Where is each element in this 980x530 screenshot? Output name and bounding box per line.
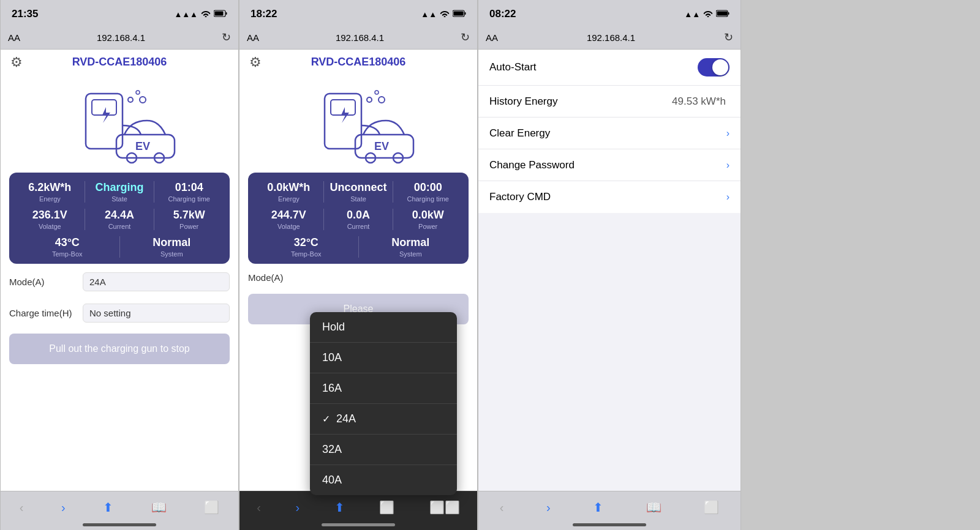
browser-url-2[interactable]: 192.168.4.1 (259, 32, 461, 43)
auto-start-toggle[interactable] (698, 58, 729, 77)
dropdown-item-32a[interactable]: 32A (310, 435, 457, 465)
home-indicator-1 (1, 521, 238, 530)
stat-current-value-1: 24.4A (85, 209, 154, 222)
nav-back-3[interactable]: ‹ (494, 498, 510, 517)
stat-state-2: Unconnect State (324, 181, 393, 203)
action-btn-1[interactable]: Pull out the charging gun to stop (9, 334, 230, 364)
stat-power-2: 0.0kW Power (393, 209, 462, 230)
svg-rect-25 (728, 12, 729, 15)
gear-icon-1[interactable]: ⚙ (10, 54, 23, 70)
svg-text:EV: EV (135, 140, 150, 152)
stats-row-2-2: 244.7V Volatge 0.0A Current 0.0kW Power (254, 209, 462, 230)
status-icons-1: ▲▲▲ (174, 10, 227, 19)
browser-url-1[interactable]: 192.168.4.1 (20, 32, 222, 43)
stat-state-value-1: Charging (85, 181, 154, 194)
stats-row-1-2: 236.1V Volatge 24.4A Current 5.7kW Power (15, 209, 224, 230)
gear-icon-2[interactable]: ⚙ (249, 54, 262, 70)
bottom-nav-2: ‹ › ⬆ ⬜ ⬜⬜ (239, 491, 477, 521)
change-password-row[interactable]: Change Password › (478, 149, 741, 181)
stat-current-2: 0.0A Current (324, 209, 393, 230)
nav-forward-1[interactable]: › (55, 498, 72, 517)
stat-power-label-1: Power (154, 223, 224, 230)
status-time-2: 18:22 (251, 8, 277, 20)
history-energy-value: 49.53 kW*h (672, 95, 726, 108)
stat-chargetime-value-2: 00:00 (393, 181, 462, 194)
stats-row-1-1: 6.2kW*h Energy Charging State 01:04 Char… (15, 181, 224, 203)
dropdown-item-hold[interactable]: Hold (310, 312, 457, 343)
dropdown-item-24a[interactable]: ✓ 24A (310, 404, 457, 435)
app-title-2: RVD-CCAE180406 (311, 56, 406, 69)
svg-point-9 (128, 97, 133, 102)
page-content-3: Auto-Start History Energy 49.53 kW*h Cle… (478, 50, 741, 491)
status-bar-3: 08:22 ▲▲ (478, 0, 741, 27)
stat-current-label-1: Current (85, 223, 154, 230)
browser-reload-1[interactable]: ↻ (222, 31, 231, 44)
home-indicator-2 (239, 521, 477, 530)
nav-forward-2[interactable]: › (289, 498, 306, 517)
nav-share-2[interactable]: ⬆ (328, 498, 351, 517)
svg-point-23 (379, 97, 385, 103)
nav-back-1[interactable]: ‹ (13, 498, 30, 517)
browser-reload-3[interactable]: ↻ (724, 31, 733, 44)
home-pill-2 (322, 523, 395, 526)
stats-row-1-3: 43°C Temp-Box Normal System (15, 236, 224, 258)
settings-list-3: Auto-Start History Energy 49.53 kW*h Cle… (478, 50, 741, 491)
stat-temp-1: 43°C Temp-Box (15, 236, 119, 258)
ev-illustration-2: EV (239, 72, 477, 170)
mode-row-2: Mode(A) (239, 266, 477, 289)
stat-chargetime-label-1: Charging time (154, 195, 224, 203)
stat-system-1: Normal System (120, 236, 224, 258)
stat-energy-label-2: Energy (254, 195, 323, 203)
wifi-icon-1 (201, 10, 211, 19)
battery-icon-2 (453, 10, 466, 19)
browser-aa-2[interactable]: AA (247, 32, 259, 43)
browser-url-3[interactable]: 192.168.4.1 (498, 32, 724, 43)
svg-point-21 (367, 97, 372, 102)
dropdown-item-16a[interactable]: 16A (310, 373, 457, 404)
stat-state-1: Charging State (85, 181, 154, 203)
stat-power-value-2: 0.0kW (393, 209, 462, 222)
factory-cmd-chevron: › (726, 192, 729, 203)
browser-reload-2[interactable]: ↻ (461, 31, 470, 44)
history-energy-label: History Energy (489, 95, 672, 108)
svg-point-22 (375, 91, 379, 94)
auto-start-row: Auto-Start (478, 50, 741, 86)
stat-voltage-label-2: Volatge (254, 223, 323, 230)
nav-tabs-1[interactable]: ⬜ (198, 498, 225, 517)
factory-cmd-row[interactable]: Factory CMD › (478, 181, 741, 213)
nav-share-1[interactable]: ⬆ (97, 498, 119, 517)
mode-input-1[interactable]: 24A (83, 272, 230, 291)
nav-bookmarks-2[interactable]: ⬜ (373, 498, 401, 517)
svg-rect-26 (717, 11, 728, 15)
stat-voltage-label-1: Volatge (15, 223, 85, 230)
clear-energy-row[interactable]: Clear Energy › (478, 118, 741, 149)
stat-energy-value-1: 6.2kW*h (15, 181, 85, 194)
nav-forward-3[interactable]: › (540, 498, 557, 517)
stat-temp-label-1: Temp-Box (15, 250, 119, 258)
nav-share-3[interactable]: ⬆ (587, 498, 609, 517)
nav-bookmarks-1[interactable]: 📖 (145, 498, 173, 517)
nav-tabs-2[interactable]: ⬜⬜ (423, 498, 466, 517)
stat-power-value-1: 5.7kW (154, 209, 224, 222)
dropdown-item-40a[interactable]: 40A (310, 465, 457, 495)
app-title-1: RVD-CCAE180406 (72, 56, 167, 69)
nav-bookmarks-3[interactable]: 📖 (640, 498, 668, 517)
dropdown-item-10a[interactable]: 10A (310, 343, 457, 373)
status-time-1: 21:35 (12, 8, 38, 20)
svg-rect-1 (226, 12, 227, 15)
browser-aa-1[interactable]: AA (8, 32, 20, 43)
status-icons-2: ▲▲ (421, 10, 466, 19)
stat-energy-value-2: 0.0kW*h (254, 181, 323, 194)
charge-time-row-1: Charge time(H) No setting (1, 297, 238, 329)
checkmark-icon: ✓ (322, 413, 330, 425)
status-time-3: 08:22 (489, 8, 516, 20)
nav-tabs-3[interactable]: ⬜ (698, 498, 725, 517)
nav-back-2[interactable]: ‹ (251, 498, 267, 517)
stat-voltage-value-2: 244.7V (254, 209, 323, 222)
browser-aa-3[interactable]: AA (486, 32, 498, 43)
charge-time-input-1[interactable]: No setting (83, 304, 230, 323)
clear-energy-chevron: › (726, 128, 729, 139)
stat-voltage-value-1: 236.1V (15, 209, 85, 222)
signal-icon-3: ▲▲ (684, 10, 700, 19)
stat-state-label-1: State (85, 195, 154, 203)
